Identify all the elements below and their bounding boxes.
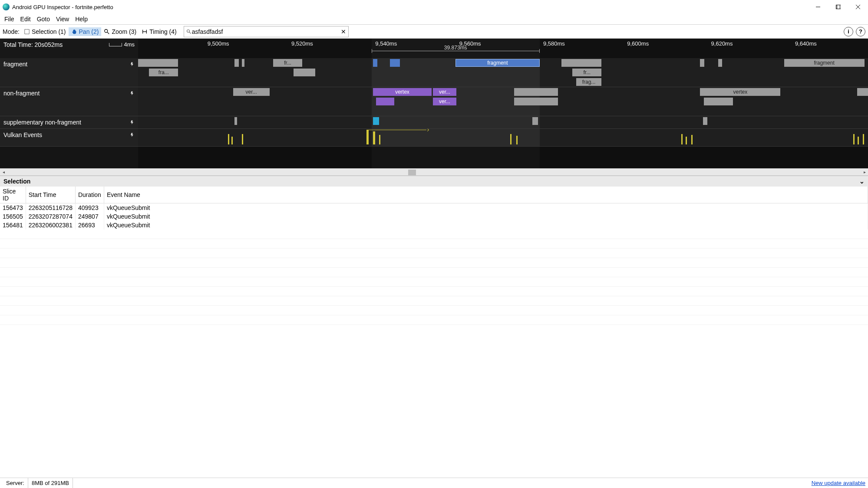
menu-view[interactable]: View [53, 15, 72, 23]
track-supplementary[interactable]: supplementary non-fragment [0, 116, 868, 129]
window-title: Android GPU Inspector - fortnite.perfett… [12, 4, 808, 10]
ruler-tick: 9,540ms [375, 40, 397, 47]
table-row[interactable]: 156473 2263205116728 409923 vkQueueSubmi… [0, 203, 868, 213]
time-ruler[interactable]: 39.873ms 9,500ms 9,520ms 9,540ms 9,560ms… [138, 39, 868, 58]
ruler-tick: 9,560ms [459, 40, 481, 47]
chevron-down-icon[interactable]: ⌄ [859, 178, 865, 185]
col-duration[interactable]: Duration [75, 187, 104, 203]
selection-panel: Selection ⌄ Slice ID Start Time Duration… [0, 176, 868, 325]
col-slice-id[interactable]: Slice ID [0, 187, 26, 203]
track-label: fragment [3, 61, 27, 68]
table-empty-rows [0, 229, 868, 325]
clear-search-icon[interactable]: ✕ [340, 29, 347, 35]
selection-panel-title: Selection [3, 178, 30, 185]
app-icon [3, 3, 10, 10]
col-start-time[interactable]: Start Time [26, 187, 75, 203]
search-icon [186, 29, 192, 35]
pin-icon[interactable] [129, 62, 135, 67]
menu-goto[interactable]: Goto [34, 15, 53, 23]
svg-rect-5 [25, 29, 30, 34]
hand-icon [71, 29, 77, 35]
selection-icon [24, 29, 30, 35]
maximize-button[interactable] [828, 0, 848, 14]
mode-label: Mode: [3, 28, 21, 35]
menu-edit[interactable]: Edit [18, 15, 33, 23]
timeline-scrollbar[interactable]: ◂ ▸ [0, 168, 868, 176]
ruler-tick: 9,600ms [627, 40, 649, 47]
zoom-icon [104, 29, 110, 35]
timeline-header: Total Time: 20s052ms 4ms 39.873ms 9,500m… [0, 39, 868, 58]
col-event-name[interactable]: Event Name [104, 187, 868, 203]
svg-line-12 [189, 32, 191, 33]
mode-pan[interactable]: Pan (2) [69, 27, 102, 36]
selection-table[interactable]: Slice ID Start Time Duration Event Name … [0, 187, 868, 229]
track-fragment[interactable]: fragment fr... fragment fragment fra... [0, 58, 868, 87]
search-input[interactable] [192, 28, 340, 35]
svg-rect-1 [836, 5, 840, 9]
timeline[interactable]: Total Time: 20s052ms 4ms 39.873ms 9,500m… [0, 39, 868, 168]
search-box[interactable]: ✕ [184, 26, 349, 37]
scroll-thumb[interactable] [408, 170, 416, 175]
table-row[interactable]: 156505 2263207287074 249807 vkQueueSubmi… [0, 212, 868, 221]
menu-help[interactable]: Help [73, 15, 90, 23]
svg-line-7 [107, 32, 109, 33]
selection-panel-header[interactable]: Selection ⌄ [0, 176, 868, 187]
mode-timing[interactable]: Timing (4) [139, 27, 179, 36]
help-button[interactable]: ? [856, 27, 865, 36]
pin-icon[interactable] [129, 91, 135, 96]
track-label: supplementary non-fragment [3, 119, 81, 126]
mode-zoom[interactable]: Zoom (3) [101, 27, 139, 36]
svg-point-11 [187, 29, 189, 32]
mode-selection[interactable]: Selection (1) [21, 27, 69, 36]
scroll-right-arrow[interactable]: ▸ [861, 170, 868, 174]
toolbar: Mode: Selection (1) Pan (2) Zoom (3) Tim… [0, 25, 868, 39]
timing-icon [142, 29, 148, 35]
table-row[interactable]: 156481 2263206002381 26693 vkQueueSubmit [0, 221, 868, 229]
total-time-label: Total Time: 20s052ms [3, 41, 63, 48]
svg-point-6 [105, 29, 108, 32]
ruler-tick: 9,500ms [208, 40, 229, 47]
ruler-tick: 9,520ms [291, 40, 313, 47]
minimize-button[interactable] [808, 0, 828, 14]
pin-icon[interactable] [129, 120, 135, 125]
titlebar: Android GPU Inspector - fortnite.perfett… [0, 0, 868, 14]
track-non-fragment[interactable]: non-fragment ver... vertex ver... vertex… [0, 87, 868, 116]
info-button[interactable]: i [844, 27, 853, 36]
menu-file[interactable]: File [2, 15, 17, 23]
ruler-tick: 9,620ms [711, 40, 733, 47]
ruler-tick: 9,580ms [543, 40, 565, 47]
pin-icon[interactable] [129, 132, 135, 138]
scroll-left-arrow[interactable]: ◂ [0, 170, 7, 174]
timeline-empty-area[interactable] [0, 147, 868, 168]
scale-indicator: 4ms [109, 41, 135, 48]
track-label: Vulkan Events [3, 131, 42, 138]
menubar: File Edit Goto View Help [0, 14, 868, 25]
track-vulkan-events[interactable]: Vulkan Events [0, 129, 868, 147]
ruler-tick: 9,640ms [795, 40, 817, 47]
track-label: non-fragment [3, 90, 40, 97]
close-button[interactable] [848, 0, 868, 14]
